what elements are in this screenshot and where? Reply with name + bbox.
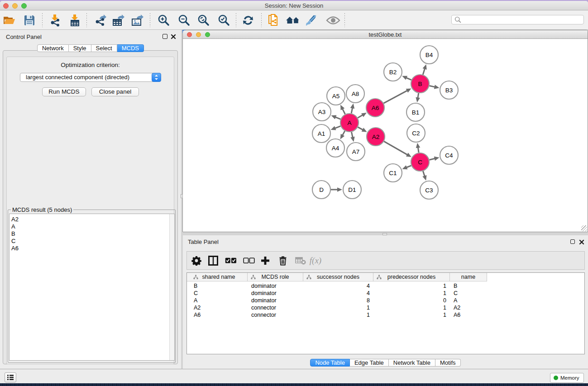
tab-select[interactable]: Select bbox=[91, 44, 117, 52]
task-history-button[interactable] bbox=[5, 372, 16, 382]
delete-table-button[interactable] bbox=[293, 253, 308, 268]
memory-button[interactable]: Memory bbox=[550, 373, 584, 383]
table-cell[interactable]: A2 bbox=[454, 304, 487, 311]
export-image-button[interactable] bbox=[130, 13, 144, 28]
table-cell[interactable]: A2 bbox=[194, 304, 248, 311]
graph-node-C4[interactable]: C4 bbox=[440, 146, 458, 164]
graph-node-B[interactable]: B bbox=[411, 75, 429, 93]
save-session-button[interactable] bbox=[22, 13, 37, 28]
column-header-predecessor-nodes[interactable]: predecessor nodes bbox=[373, 273, 450, 281]
graph-node-A8[interactable]: A8 bbox=[346, 85, 364, 103]
select-all-button[interactable] bbox=[223, 253, 239, 268]
function-builder-button[interactable]: f(x) bbox=[306, 253, 325, 268]
table-cell[interactable]: dominator bbox=[251, 297, 303, 304]
column-header-MCDS-role[interactable]: MCDS role bbox=[248, 273, 303, 281]
table-cell[interactable]: A bbox=[194, 297, 248, 304]
table-cell[interactable]: dominator bbox=[251, 282, 303, 290]
graph-node-B4[interactable]: B4 bbox=[420, 46, 438, 64]
graph-node-D1[interactable]: D1 bbox=[343, 181, 361, 199]
delete-column-button[interactable] bbox=[275, 253, 291, 268]
graph-node-A6[interactable]: A6 bbox=[366, 99, 384, 117]
zoom-fit-button[interactable] bbox=[196, 13, 210, 28]
table-cell[interactable]: 1 bbox=[303, 311, 370, 319]
graph-node-B3[interactable]: B3 bbox=[440, 81, 458, 99]
duplicate-network-button[interactable] bbox=[266, 13, 281, 28]
result-item[interactable]: C bbox=[10, 238, 174, 245]
column-panel-button[interactable] bbox=[206, 253, 221, 268]
zoom-out-button[interactable] bbox=[177, 13, 191, 28]
table-options-button[interactable] bbox=[189, 253, 204, 268]
result-item[interactable]: A2 bbox=[10, 216, 174, 223]
graph-edge-B-B3[interactable] bbox=[430, 86, 435, 87]
table-cell[interactable]: 8 bbox=[303, 297, 370, 304]
close-panel-button[interactable]: Close panel bbox=[91, 87, 139, 96]
graph-node-A1[interactable]: A1 bbox=[312, 124, 330, 143]
graph-edge-C-C4[interactable] bbox=[429, 158, 435, 160]
graph-edge-A-A5[interactable] bbox=[342, 109, 345, 114]
zoom-in-button[interactable] bbox=[156, 13, 171, 28]
graph-node-A5[interactable]: A5 bbox=[327, 87, 345, 105]
graph-node-C1[interactable]: C1 bbox=[384, 164, 402, 182]
tab-style[interactable]: Style bbox=[69, 44, 91, 52]
table-cell[interactable]: 1 bbox=[373, 304, 446, 311]
table-cell[interactable]: connector bbox=[251, 311, 303, 319]
column-header-successor-nodes[interactable]: successor nodes bbox=[303, 273, 373, 281]
tab-network[interactable]: Network bbox=[37, 44, 69, 52]
tab-mcds[interactable]: MCDS bbox=[117, 44, 144, 52]
table-cell[interactable]: A bbox=[454, 297, 487, 304]
graph-edge-A-A6[interactable] bbox=[358, 115, 363, 118]
graph-node-A3[interactable]: A3 bbox=[313, 103, 331, 121]
table-cell[interactable]: 1 bbox=[373, 311, 446, 319]
graph-edge-B-B4[interactable] bbox=[423, 68, 425, 75]
show-view-button[interactable] bbox=[326, 13, 340, 28]
table-cell[interactable]: C bbox=[454, 290, 487, 297]
criterion-dropdown[interactable]: largest connected component (directed) bbox=[20, 73, 161, 82]
graph-edge-A-A2[interactable] bbox=[358, 127, 363, 130]
table-cell[interactable]: 1 bbox=[373, 282, 446, 290]
table-cell[interactable]: 1 bbox=[373, 290, 446, 297]
hide-style-button[interactable] bbox=[304, 13, 318, 28]
zoom-selected-button[interactable] bbox=[216, 13, 231, 28]
graph-edge-B-B2[interactable] bbox=[406, 77, 411, 80]
graph-node-A4[interactable]: A4 bbox=[326, 139, 344, 157]
export-table-button[interactable] bbox=[111, 13, 125, 28]
show-all-networks-button[interactable] bbox=[286, 13, 300, 28]
graph-node-C2[interactable]: C2 bbox=[407, 124, 425, 142]
graph-node-A7[interactable]: A7 bbox=[347, 143, 365, 161]
graph-node-D[interactable]: D bbox=[312, 181, 330, 199]
result-item[interactable]: A6 bbox=[10, 245, 174, 252]
deselect-all-button[interactable] bbox=[241, 253, 257, 268]
table-cell[interactable]: 4 bbox=[303, 290, 370, 297]
table-cell[interactable]: 1 bbox=[303, 304, 370, 311]
column-header-name[interactable]: name bbox=[450, 273, 487, 281]
graph-node-B2[interactable]: B2 bbox=[384, 63, 402, 81]
column-header-shared-name[interactable]: shared name bbox=[190, 273, 248, 281]
resize-grip-icon[interactable] bbox=[581, 225, 587, 231]
close-table-panel-icon[interactable] bbox=[579, 239, 584, 245]
network-canvas[interactable]: AA1A2A3A4A5A6A7A8BB1B2B3B4CC1C2C3C4DD1 bbox=[183, 39, 588, 232]
table-cell[interactable]: 0 bbox=[373, 297, 446, 304]
tab-node-table[interactable]: Node Table bbox=[310, 359, 350, 367]
export-network-button[interactable] bbox=[93, 13, 107, 28]
graph-node-A[interactable]: A bbox=[340, 114, 359, 132]
table-cell[interactable]: B bbox=[454, 282, 487, 290]
table-cell[interactable]: B bbox=[194, 282, 248, 290]
node-table[interactable]: shared nameMCDS rolesuccessor nodesprede… bbox=[186, 272, 585, 354]
graph-edge-A-A3[interactable] bbox=[335, 117, 341, 119]
divider-nub[interactable] bbox=[181, 194, 183, 198]
table-cell[interactable]: A6 bbox=[194, 311, 248, 319]
table-cell[interactable]: dominator bbox=[251, 290, 303, 297]
graph-node-C[interactable]: C bbox=[411, 153, 429, 171]
graph-edge-A2-C[interactable] bbox=[384, 141, 408, 155]
result-item[interactable]: A bbox=[10, 223, 174, 230]
table-cell[interactable]: C bbox=[194, 290, 248, 297]
graph-node-C3[interactable]: C3 bbox=[420, 181, 438, 199]
table-cell[interactable]: 4 bbox=[303, 282, 370, 290]
add-column-button[interactable] bbox=[258, 253, 273, 268]
graph-edge-A-A1[interactable] bbox=[335, 126, 341, 129]
open-session-button[interactable] bbox=[2, 13, 17, 28]
graph-edge-A6-B[interactable] bbox=[384, 91, 408, 103]
float-panel-icon[interactable] bbox=[163, 34, 167, 39]
mcds-result-list[interactable]: A2ABCA6 bbox=[9, 214, 175, 361]
graph-node-A2[interactable]: A2 bbox=[367, 128, 385, 146]
